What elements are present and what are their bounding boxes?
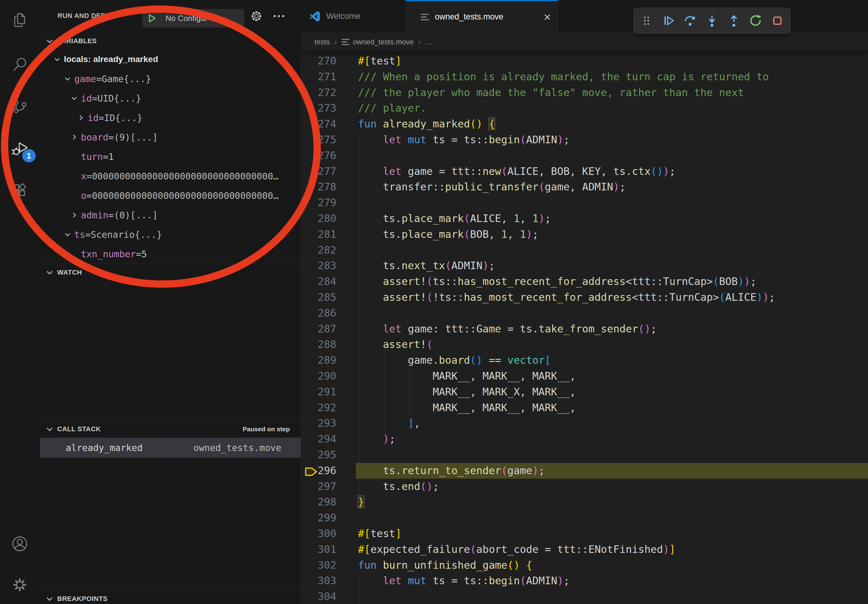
restart-button[interactable]: [749, 14, 763, 28]
line-content[interactable]: #[expected_failure(abort_code = ttt::ENo…: [356, 542, 676, 558]
variable-row-id[interactable]: id = ID{...}: [40, 108, 301, 127]
breadcrumb-symbol[interactable]: …: [425, 38, 432, 46]
code-line-297[interactable]: 297 ts.end();: [301, 479, 868, 494]
line-content[interactable]: /// When a position is already marked, t…: [356, 69, 769, 85]
variable-row-o[interactable]: o = 000000000000000000000000000000000…: [40, 186, 301, 205]
code-line-271[interactable]: 271/// When a position is already marked…: [301, 69, 868, 85]
code-line-277[interactable]: 277 let game = ttt::new(ALICE, BOB, KEY,…: [301, 164, 868, 180]
line-number[interactable]: 298: [301, 494, 356, 510]
code-line-296[interactable]: 296 ts.return_to_sender(game);: [301, 463, 868, 479]
step-over-button[interactable]: [683, 14, 697, 28]
line-number[interactable]: 303: [301, 573, 356, 589]
line-content[interactable]: [356, 148, 358, 164]
code-line-295[interactable]: 295: [301, 447, 868, 463]
line-content[interactable]: assert!(!ts::has_most_recent_for_address…: [356, 290, 775, 305]
code-line-294[interactable]: 294 );: [301, 431, 868, 447]
search-icon[interactable]: [11, 56, 28, 73]
code-line-288[interactable]: 288 assert!(: [301, 337, 868, 353]
code-line-273[interactable]: 273/// player.: [301, 101, 868, 116]
code-line-281[interactable]: 281 ts.place_mark(BOB, 1, 1);: [301, 226, 868, 242]
stop-button[interactable]: [770, 14, 784, 28]
explorer-icon[interactable]: [11, 12, 28, 29]
code-line-276[interactable]: 276: [301, 148, 868, 164]
line-number[interactable]: 286: [301, 305, 356, 321]
run-and-debug-icon[interactable]: 1: [11, 140, 28, 157]
line-number[interactable]: 292: [301, 400, 356, 416]
line-content[interactable]: assert!(: [356, 337, 433, 353]
line-number[interactable]: 302: [301, 558, 356, 573]
chevron-down-icon[interactable]: [64, 230, 74, 239]
line-content[interactable]: let game = ttt::new(ALICE, BOB, KEY, ts.…: [356, 164, 676, 180]
step-out-button[interactable]: [727, 14, 741, 28]
code-line-272[interactable]: 272/// the player who made the "false" m…: [301, 85, 868, 101]
line-number[interactable]: 272: [301, 85, 356, 101]
tab-welcome[interactable]: Welcome: [301, 0, 406, 33]
line-content[interactable]: [356, 242, 358, 258]
code-line-286[interactable]: 286: [301, 305, 868, 321]
variable-row-txn_number[interactable]: txn_number = 5: [40, 244, 301, 264]
code-line-299[interactable]: 299: [301, 510, 868, 526]
line-number[interactable]: 270: [301, 53, 356, 69]
line-content[interactable]: [356, 589, 358, 604]
line-number[interactable]: 284: [301, 274, 356, 290]
line-number[interactable]: 285: [301, 290, 356, 305]
settings-gear-icon[interactable]: [11, 576, 28, 593]
line-number[interactable]: 283: [301, 258, 356, 274]
line-number[interactable]: 289: [301, 353, 356, 368]
code-line-283[interactable]: 283 ts.next_tx(ADMIN);: [301, 258, 868, 274]
line-content[interactable]: [356, 195, 358, 211]
scope-row[interactable]: locals: already_marked: [40, 50, 301, 69]
line-content[interactable]: ],: [356, 415, 420, 431]
code-editor[interactable]: 270#[test]271/// When a position is alre…: [301, 51, 868, 604]
line-content[interactable]: MARK__, MARK_X, MARK__,: [356, 384, 576, 400]
line-content[interactable]: let game: ttt::Game = ts.take_from_sende…: [356, 321, 657, 337]
start-debug-icon[interactable]: [147, 13, 157, 23]
accounts-icon[interactable]: [11, 535, 28, 552]
breadcrumb-folder[interactable]: tests: [315, 38, 330, 46]
line-number[interactable]: 300: [301, 526, 356, 542]
line-content[interactable]: [356, 510, 358, 526]
line-number[interactable]: 280: [301, 211, 356, 226]
breadcrumb-file[interactable]: owned_tests.move: [353, 38, 414, 46]
line-content[interactable]: let mut ts = ts::begin(ADMIN);: [356, 573, 570, 589]
line-number[interactable]: 295: [301, 447, 356, 463]
variable-row-admin[interactable]: admin = (0)[...]: [40, 205, 301, 225]
line-number[interactable]: 273: [301, 101, 356, 116]
code-line-304[interactable]: 304: [301, 589, 868, 604]
line-content[interactable]: ts.place_mark(BOB, 1, 1);: [356, 226, 539, 242]
chevron-right-icon[interactable]: [70, 133, 81, 142]
line-content[interactable]: MARK__, MARK__, MARK__,: [356, 368, 576, 384]
line-content[interactable]: [356, 447, 358, 463]
line-number[interactable]: 297: [301, 479, 356, 494]
code-line-280[interactable]: 280 ts.place_mark(ALICE, 1, 1);: [301, 211, 868, 226]
line-content[interactable]: /// the player who made the "false" move…: [356, 85, 744, 101]
line-content[interactable]: game.board() == vector[: [356, 353, 551, 368]
line-number[interactable]: 278: [301, 179, 356, 195]
code-line-274[interactable]: 274fun already_marked() {: [301, 116, 868, 132]
line-content[interactable]: }: [356, 494, 364, 510]
variable-row-board[interactable]: board = (9)[...]: [40, 127, 301, 147]
line-number[interactable]: 301: [301, 542, 356, 558]
chevron-right-icon[interactable]: [77, 113, 88, 122]
step-into-button[interactable]: [705, 14, 719, 28]
more-actions-icon[interactable]: [272, 12, 285, 20]
line-number[interactable]: 279: [301, 195, 356, 211]
line-content[interactable]: ts.end();: [356, 479, 439, 494]
line-content[interactable]: MARK__, MARK__, MARK__,: [356, 400, 576, 416]
line-number[interactable]: 287: [301, 321, 356, 337]
code-line-279[interactable]: 279: [301, 195, 868, 211]
line-content[interactable]: #[test]: [356, 53, 401, 69]
code-line-287[interactable]: 287 let game: ttt::Game = ts.take_from_s…: [301, 321, 868, 337]
source-control-icon[interactable]: [11, 98, 28, 115]
code-line-290[interactable]: 290 MARK__, MARK__, MARK__,: [301, 368, 868, 384]
chevron-down-icon[interactable]: [64, 74, 74, 83]
line-content[interactable]: [356, 305, 358, 321]
code-line-270[interactable]: 270#[test]: [301, 53, 868, 69]
line-content[interactable]: let mut ts = ts::begin(ADMIN);: [356, 132, 570, 148]
code-line-275[interactable]: 275 let mut ts = ts::begin(ADMIN);: [301, 132, 868, 148]
extensions-icon[interactable]: [11, 182, 28, 199]
line-number[interactable]: 293: [301, 415, 356, 431]
debug-config-dropdown[interactable]: No Configur: [142, 9, 244, 27]
line-content[interactable]: ts.return_to_sender(game);: [356, 463, 545, 479]
variable-row-game[interactable]: game = Game{...}: [40, 69, 301, 88]
